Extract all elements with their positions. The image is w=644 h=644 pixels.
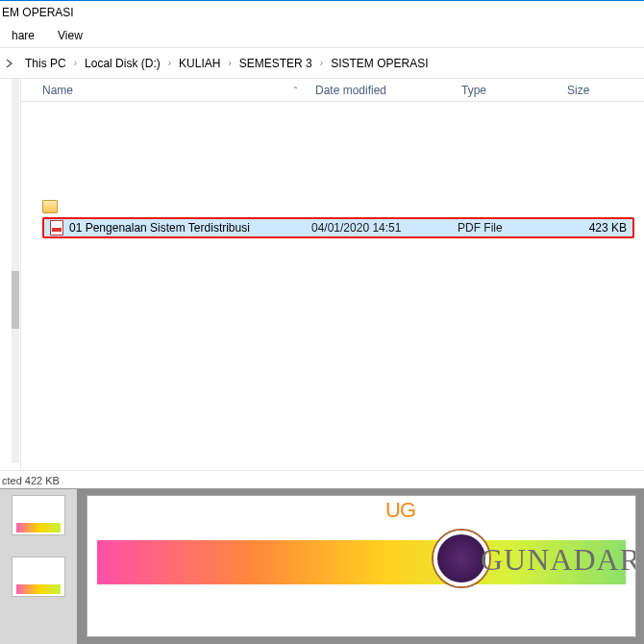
chevron-right-icon: ›: [166, 58, 173, 68]
brand-text: GUNADAR: [481, 542, 636, 578]
up-button[interactable]: [4, 54, 15, 73]
address-bar: This PC › Local Disk (D:) › KULIAH › SEM…: [0, 48, 644, 79]
column-date[interactable]: Date modified: [308, 79, 454, 101]
scrollbar-thumb[interactable]: [12, 271, 19, 329]
file-name-cell: 01 Pengenalan Sistem Terdistribusi: [44, 220, 306, 235]
slide-thumbnail[interactable]: ATY: [12, 557, 65, 597]
slide-thumbnail[interactable]: [12, 495, 65, 535]
crumb-local-disk[interactable]: Local Disk (D:): [81, 55, 164, 72]
column-name[interactable]: Name ⌃: [21, 79, 308, 101]
window-title: EM OPERASI: [0, 6, 74, 19]
crumb-sistem-operasi[interactable]: SISTEM OPERASI: [327, 55, 432, 72]
chevron-right-icon: ›: [72, 58, 79, 68]
breadcrumb: This PC › Local Disk (D:) › KULIAH › SEM…: [15, 55, 433, 72]
titlebar[interactable]: EM OPERASI: [0, 0, 644, 23]
pdf-icon: [50, 220, 63, 235]
list-item[interactable]: [21, 198, 644, 215]
folder-icon: [42, 200, 58, 213]
status-bar: cted 422 KB: [0, 470, 644, 489]
tab-share[interactable]: hare: [0, 25, 46, 46]
slide-preview[interactable]: UG GUNADAR: [87, 495, 636, 637]
file-date: 04/01/2020 14:51: [306, 221, 452, 235]
sort-indicator-icon: ⌃: [292, 86, 299, 94]
chevron-right-icon: ›: [226, 58, 233, 68]
list-item-selected[interactable]: 01 Pengenalan Sistem Terdistribusi 04/01…: [42, 217, 634, 238]
crumb-semester3[interactable]: SEMESTER 3: [235, 55, 316, 72]
crumb-this-pc[interactable]: This PC: [21, 55, 70, 72]
file-list[interactable]: 01 Pengenalan Sistem Terdistribusi 04/01…: [21, 102, 644, 238]
explorer-window: EM OPERASI hare View This PC › Local Dis…: [0, 0, 644, 489]
ug-logo-text: UG: [385, 498, 415, 523]
file-size: 423 KB: [559, 221, 632, 235]
slide-thumbnails[interactable]: ATY: [0, 489, 77, 644]
column-type[interactable]: Type: [454, 79, 559, 101]
tab-view[interactable]: View: [46, 25, 94, 46]
chevron-right-icon: [5, 59, 14, 68]
file-name: 01 Pengenalan Sistem Terdistribusi: [69, 221, 250, 235]
status-text: cted 422 KB: [2, 475, 60, 486]
column-headers: Name ⌃ Date modified Type Size: [21, 79, 644, 102]
file-type: PDF File: [452, 221, 559, 235]
explorer-body: Name ⌃ Date modified Type Size 01 Pengen…: [0, 79, 644, 470]
crumb-kuliah[interactable]: KULIAH: [175, 55, 224, 72]
file-list-pane: Name ⌃ Date modified Type Size 01 Pengen…: [21, 79, 644, 470]
navpane-scrollbar[interactable]: [12, 79, 19, 463]
presentation-app: ATY UG GUNADAR: [0, 489, 644, 644]
column-name-label: Name: [42, 84, 73, 97]
chevron-right-icon: ›: [318, 58, 325, 68]
navigation-pane[interactable]: [0, 79, 21, 470]
column-size[interactable]: Size: [559, 79, 644, 101]
ribbon-tabs: hare View: [0, 23, 644, 48]
